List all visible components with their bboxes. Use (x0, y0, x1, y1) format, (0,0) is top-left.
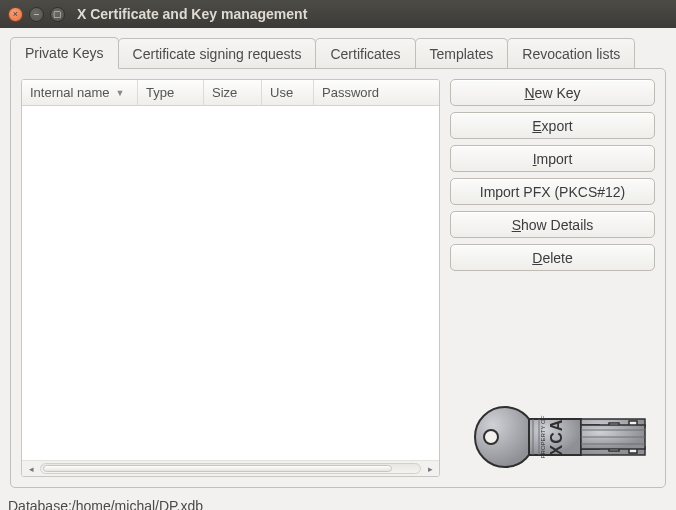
scroll-thumb[interactable] (43, 465, 392, 472)
import-button[interactable]: Import (450, 145, 655, 172)
export-button[interactable]: Export (450, 112, 655, 139)
close-icon[interactable]: × (8, 7, 23, 22)
col-label: Use (270, 85, 293, 100)
col-label: Type (146, 85, 174, 100)
col-label: Password (322, 85, 379, 100)
tab-strip: Private Keys Certificate signing request… (0, 28, 676, 68)
col-password[interactable]: Password (314, 80, 439, 105)
col-label: Internal name (30, 85, 110, 100)
scroll-right-icon[interactable]: ▸ (423, 463, 437, 475)
new-key-button[interactable]: New Key (450, 79, 655, 106)
panel-inner: Internal name ▼ Type Size Use Password ◂… (21, 79, 655, 477)
svg-text:XCA: XCA (548, 419, 565, 456)
col-size[interactable]: Size (204, 80, 262, 105)
tab-private-keys[interactable]: Private Keys (10, 37, 119, 69)
button-label: Export (532, 118, 572, 134)
show-details-button[interactable]: Show Details (450, 211, 655, 238)
svg-text:PROPERTY OF: PROPERTY OF (540, 415, 546, 458)
button-label: Delete (532, 250, 572, 266)
button-label: Import (533, 151, 573, 167)
content: Private Keys Certificate signing request… (0, 28, 676, 510)
minimize-icon[interactable]: – (29, 7, 44, 22)
sort-indicator-icon: ▼ (116, 88, 125, 98)
col-use[interactable]: Use (262, 80, 314, 105)
tab-panel: Internal name ▼ Type Size Use Password ◂… (10, 68, 666, 488)
scroll-track[interactable] (40, 463, 421, 474)
delete-button[interactable]: Delete (450, 244, 655, 271)
button-label: New Key (524, 85, 580, 101)
horizontal-scrollbar[interactable]: ◂ ▸ (22, 460, 439, 476)
table-body[interactable] (22, 106, 439, 460)
tab-certificates[interactable]: Certificates (315, 38, 415, 69)
button-label: Import PFX (PKCS#12) (480, 184, 626, 200)
table-header: Internal name ▼ Type Size Use Password (22, 80, 439, 106)
tab-revocation[interactable]: Revocation lists (507, 38, 635, 69)
window-title: X Certificate and Key management (77, 6, 307, 22)
col-internal-name[interactable]: Internal name ▼ (22, 80, 138, 105)
tab-label: Private Keys (25, 45, 104, 61)
status-bar: Database:/home/michal/DP.xdb (0, 494, 676, 510)
maximize-icon[interactable]: ▢ (50, 7, 65, 22)
tab-label: Certificate signing requests (133, 46, 302, 62)
action-buttons: New Key Export Import Import PFX (PKCS#1… (450, 79, 655, 477)
tab-csr[interactable]: Certificate signing requests (118, 38, 317, 69)
key-table: Internal name ▼ Type Size Use Password ◂… (21, 79, 440, 477)
svg-point-1 (484, 430, 498, 444)
tab-templates[interactable]: Templates (415, 38, 509, 69)
button-label: Show Details (512, 217, 594, 233)
tab-label: Revocation lists (522, 46, 620, 62)
tab-label: Templates (430, 46, 494, 62)
import-pfx-button[interactable]: Import PFX (PKCS#12) (450, 178, 655, 205)
tab-label: Certificates (330, 46, 400, 62)
col-type[interactable]: Type (138, 80, 204, 105)
scroll-left-icon[interactable]: ◂ (24, 463, 38, 475)
col-label: Size (212, 85, 237, 100)
window-controls: × – ▢ (8, 7, 65, 22)
key-icon: PROPERTY OF XCA (469, 397, 649, 477)
window-titlebar: × – ▢ X Certificate and Key management (0, 0, 676, 28)
